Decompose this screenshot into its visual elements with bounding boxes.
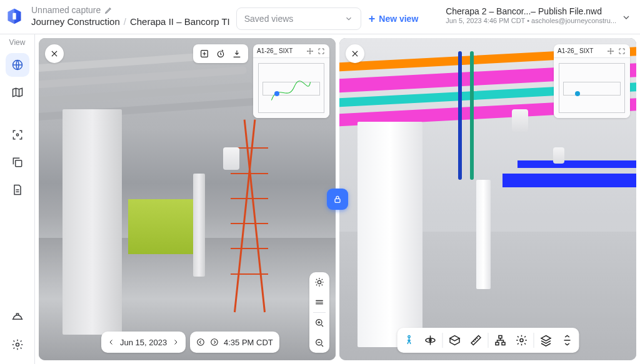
time-prev-icon[interactable] bbox=[196, 338, 205, 347]
svg-rect-0 bbox=[12, 13, 16, 20]
svg-point-4 bbox=[16, 343, 19, 347]
date-next-icon[interactable] bbox=[172, 338, 179, 346]
model-settings-icon[interactable] bbox=[514, 333, 528, 347]
measure-icon[interactable] bbox=[469, 333, 482, 347]
sidebar-focus[interactable] bbox=[6, 123, 29, 147]
sidebar-globe[interactable] bbox=[6, 53, 29, 77]
minimap-expand-icon[interactable] bbox=[618, 47, 626, 56]
svg-rect-15 bbox=[499, 336, 502, 338]
date-value[interactable]: Jun 15, 2023 bbox=[120, 338, 167, 347]
brightness-icon[interactable] bbox=[309, 272, 329, 292]
orbit-icon[interactable] bbox=[423, 333, 437, 347]
svg-point-7 bbox=[198, 339, 204, 346]
bim-toolbar bbox=[397, 328, 579, 353]
model-tree-icon[interactable] bbox=[493, 333, 507, 347]
timer-icon[interactable] bbox=[216, 49, 226, 59]
layers-icon[interactable] bbox=[309, 292, 329, 312]
elevation-icon[interactable] bbox=[560, 333, 574, 347]
file-meta: Jun 5, 2023 4:46 PM CDT • ascholes@journ… bbox=[446, 17, 616, 25]
plus-icon: + bbox=[369, 13, 376, 24]
date-chip: Jun 15, 2023 bbox=[101, 332, 186, 353]
svg-point-2 bbox=[16, 134, 18, 135]
time-value[interactable]: 4:35 PM CDT bbox=[224, 338, 273, 347]
svg-point-18 bbox=[520, 339, 523, 342]
sidebar-label: View bbox=[9, 38, 26, 47]
svg-point-9 bbox=[318, 280, 321, 283]
sidebar-settings[interactable] bbox=[6, 333, 29, 357]
section-icon[interactable] bbox=[448, 333, 461, 347]
breadcrumb: Journey Construction / Cherapa II – Banc… bbox=[31, 16, 230, 27]
date-prev-icon[interactable] bbox=[108, 338, 115, 346]
chevron-down-icon bbox=[344, 14, 353, 23]
svg-rect-3 bbox=[15, 160, 21, 167]
svg-point-12 bbox=[408, 336, 409, 338]
sidebar-map[interactable] bbox=[6, 81, 29, 104]
new-view-button[interactable]: + New view bbox=[369, 13, 419, 24]
svg-point-8 bbox=[211, 339, 218, 346]
photo-minimap[interactable]: A1-26_ SIXT bbox=[253, 44, 329, 118]
file-title: Cherapa 2 – Bancor...– Publish File.nwd bbox=[446, 6, 616, 17]
svg-rect-17 bbox=[502, 342, 505, 345]
sidebar-copy[interactable] bbox=[6, 150, 29, 174]
minimap-move-icon[interactable] bbox=[306, 47, 314, 56]
minimap-move-icon[interactable] bbox=[606, 47, 615, 56]
lock-sync-button[interactable] bbox=[327, 189, 348, 210]
zoom-in-icon[interactable] bbox=[309, 313, 329, 333]
time-next-icon[interactable] bbox=[210, 338, 219, 347]
bim-minimap[interactable]: A1-26_ SIXT bbox=[554, 44, 630, 118]
pencil-icon[interactable] bbox=[104, 6, 113, 14]
photo-pane[interactable]: A1-26_ SIXT Jun 15, 2023 bbox=[39, 38, 336, 360]
layers-toggle-icon[interactable] bbox=[539, 333, 552, 347]
sidebar-document[interactable] bbox=[6, 178, 29, 202]
app-logo[interactable] bbox=[4, 6, 25, 27]
bim-minimap-title: A1-26_ SIXT bbox=[558, 47, 604, 54]
breadcrumb-project[interactable]: Cherapa II – Bancorp TI bbox=[130, 16, 230, 27]
svg-rect-19 bbox=[335, 199, 340, 202]
photo-minimap-title: A1-26_ SIXT bbox=[257, 47, 303, 54]
sidebar: View bbox=[0, 34, 35, 364]
file-chevron-icon[interactable] bbox=[621, 12, 631, 22]
minimap-expand-icon[interactable] bbox=[317, 47, 326, 56]
walk-icon[interactable] bbox=[402, 333, 416, 347]
add-marker-icon[interactable] bbox=[199, 49, 209, 59]
photo-top-toolbar bbox=[193, 44, 248, 63]
capture-name: Unnamed capture bbox=[31, 5, 101, 15]
bim-close-button[interactable] bbox=[346, 44, 364, 63]
breadcrumb-org[interactable]: Journey Construction bbox=[31, 16, 120, 27]
saved-views-dropdown[interactable]: Saved views bbox=[236, 7, 361, 30]
sidebar-hardhat[interactable] bbox=[6, 305, 29, 329]
svg-rect-16 bbox=[496, 342, 499, 345]
time-chip: 4:35 PM CDT bbox=[190, 332, 279, 353]
photo-close-button[interactable] bbox=[45, 44, 64, 63]
zoom-out-icon[interactable] bbox=[309, 333, 329, 353]
download-icon[interactable] bbox=[232, 49, 242, 59]
photo-right-toolbar bbox=[309, 272, 329, 353]
bim-pane[interactable]: A1-26_ SIXT bbox=[339, 38, 636, 360]
